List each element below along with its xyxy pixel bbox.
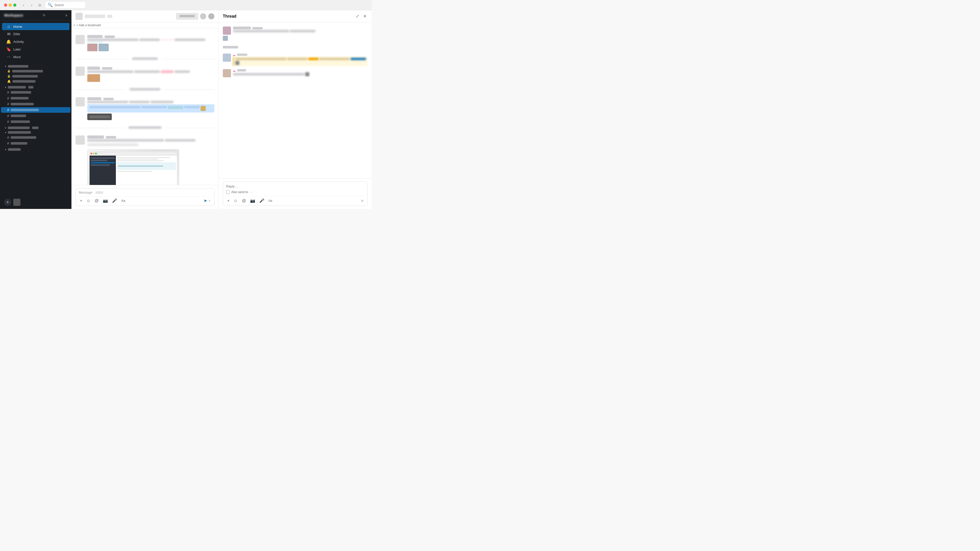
msg-group-3: [76, 96, 215, 121]
main-content: + + Add a bookmark: [72, 10, 218, 209]
thread-send-button[interactable]: ➤: [360, 198, 364, 203]
format-button[interactable]: Aa: [120, 198, 126, 203]
locked-channel-2[interactable]: 🔒: [1, 74, 70, 79]
thread-text-1: [233, 30, 368, 32]
nav-item-dms[interactable]: ✉ DMs: [2, 30, 69, 38]
channel-g[interactable]: #: [1, 141, 70, 146]
chevron-icon-2: ▸: [5, 86, 6, 89]
divider-text-3: [126, 126, 164, 129]
nav-item-home[interactable]: ⌂ Home: [2, 23, 69, 30]
thread-close-button[interactable]: ✕: [362, 13, 368, 20]
also-send-row: Also send to: [226, 190, 364, 194]
message-channel-ref: [95, 191, 103, 194]
divider-text-1: [130, 57, 160, 60]
search-bar[interactable]: 🔍: [45, 1, 86, 9]
notif-channel-name: [13, 80, 35, 83]
thread-expand-button[interactable]: ⤢: [355, 13, 360, 20]
locked-channel-name-1: [12, 70, 43, 73]
section-collapse-1[interactable]: ▸: [1, 64, 70, 68]
active-channel[interactable]: #: [1, 107, 70, 113]
nav-item-more[interactable]: ··· More: [2, 53, 69, 60]
msg-divider-2: [76, 88, 215, 91]
nav-label-dms: DMs: [13, 32, 20, 36]
search-icon: 🔍: [48, 3, 53, 7]
hash-icon-b: #: [7, 96, 9, 100]
thread-attachment-icon: [235, 61, 239, 65]
nav-label-home: Home: [13, 25, 22, 29]
channel-d[interactable]: #: [1, 113, 70, 119]
channel-e[interactable]: #: [1, 119, 70, 124]
sidebar-header: Workspace ✎ ≡: [0, 10, 72, 21]
notif-channel[interactable]: 🔔: [1, 79, 70, 84]
send-area: ➤ ▼: [204, 198, 211, 203]
preview-dot-green: [95, 153, 97, 154]
channel-name-c: [11, 103, 34, 105]
preview-sidebar-item: [91, 160, 107, 161]
msg-time-4: [106, 136, 116, 138]
workspace-name[interactable]: Workspace: [4, 13, 23, 17]
section-collapse-4[interactable]: ▸: [1, 130, 70, 135]
msg-text-1: [87, 38, 215, 43]
section-collapse-3[interactable]: ▸: [1, 125, 70, 130]
hash-icon-e: #: [7, 120, 9, 124]
send-button[interactable]: ➤: [204, 198, 207, 203]
sidebar-footer: +: [0, 196, 72, 209]
thread-msg-3: [223, 69, 368, 77]
thread-mention-button[interactable]: @: [241, 198, 247, 203]
close-traffic-light[interactable]: [4, 3, 7, 6]
thread-attach-button[interactable]: +: [226, 198, 231, 203]
channel-c[interactable]: #: [1, 101, 70, 107]
also-send-checkbox[interactable]: [226, 190, 230, 194]
thread-author-badge-3: [233, 71, 235, 71]
thread-author-badge-2: [233, 56, 235, 56]
nav-label-more: More: [13, 55, 21, 59]
thread-messages[interactable]: [219, 22, 372, 178]
video-button[interactable]: 📷: [102, 198, 109, 203]
header-action-button[interactable]: [176, 13, 198, 20]
maximize-traffic-light[interactable]: [13, 3, 16, 6]
filter-icon[interactable]: ≡: [65, 13, 67, 17]
msg-content-1: [87, 35, 215, 51]
thread-msg-content-1: [233, 27, 368, 41]
locked-channel-1[interactable]: 🔒: [1, 68, 70, 73]
forward-button[interactable]: ›: [29, 2, 35, 8]
history-button[interactable]: ⊙: [37, 2, 43, 8]
bookmark-bar[interactable]: + + Add a bookmark: [72, 22, 218, 28]
back-button[interactable]: ‹: [21, 2, 27, 8]
emoji-button[interactable]: ☺: [85, 198, 91, 203]
preview-content: [89, 156, 177, 185]
msg-content-2: [87, 67, 215, 82]
add-workspace-button[interactable]: +: [4, 199, 11, 206]
channel-header-name: [85, 14, 105, 18]
msg-group-2: [76, 65, 215, 83]
minimize-traffic-light[interactable]: [9, 3, 12, 6]
attach-button[interactable]: +: [79, 198, 83, 203]
send-options-button[interactable]: ▼: [208, 199, 211, 203]
also-send-label: Also send to: [231, 190, 248, 194]
nav-item-activity[interactable]: 🔔 Activity: [2, 38, 69, 45]
thread-microphone-button[interactable]: 🎤: [258, 198, 266, 203]
nav-label-later: Later: [13, 48, 21, 51]
thread-msg-header-2: [233, 54, 368, 56]
thread-reply-input[interactable]: [226, 184, 364, 188]
sidebar: Workspace ✎ ≡ ⌂ Home ✉ DMs 🔔 Activity 🔖 …: [0, 10, 72, 209]
nav-item-later[interactable]: 🔖 Later: [2, 46, 69, 53]
preview-sidebar-item-active: [91, 162, 115, 164]
channel-b[interactable]: #: [1, 95, 70, 101]
preview-sidebar-items: [89, 156, 116, 168]
messages-area[interactable]: [72, 28, 218, 185]
section-label-4: [8, 131, 31, 134]
microphone-button[interactable]: 🎤: [111, 198, 118, 203]
section-collapse-2[interactable]: ▸: [1, 85, 70, 89]
thread-video-button[interactable]: 📷: [249, 198, 256, 203]
mention-button[interactable]: @: [94, 198, 100, 203]
channel-a[interactable]: #: [1, 89, 70, 95]
edit-icon: ✎: [43, 13, 46, 17]
thread-emoji-button[interactable]: ☺: [232, 198, 239, 203]
search-input[interactable]: [54, 3, 80, 7]
thread-format-button[interactable]: Aa: [267, 198, 273, 203]
activity-icon: 🔔: [6, 39, 11, 44]
notif-icon: 🔔: [7, 79, 11, 83]
section-collapse-5[interactable]: ▸: [1, 147, 70, 151]
channel-f[interactable]: #: [1, 135, 70, 140]
